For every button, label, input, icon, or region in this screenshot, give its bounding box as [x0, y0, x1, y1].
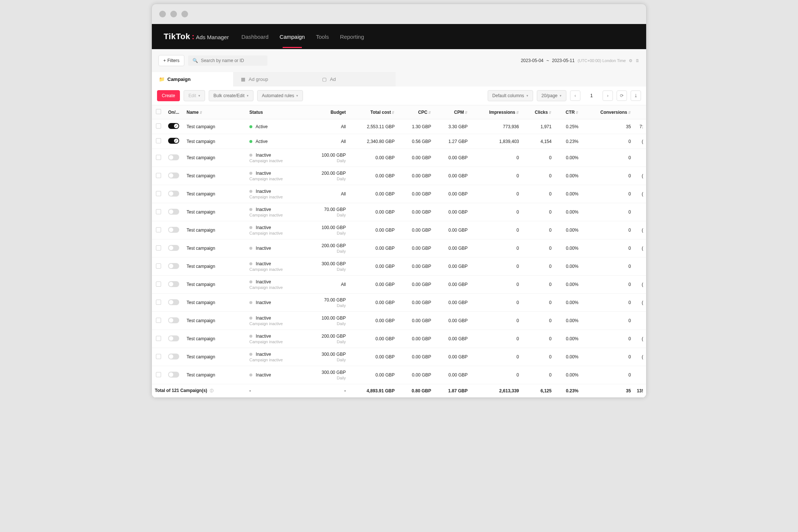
campaign-name[interactable]: Test campaign [187, 173, 215, 178]
nav-reporting[interactable]: Reporting [340, 34, 364, 40]
select-all-checkbox[interactable] [156, 109, 161, 114]
cpc-cell: 0.00 GBP [398, 221, 434, 239]
search-input[interactable] [201, 58, 263, 63]
info-icon[interactable]: ⓘ [210, 389, 214, 393]
traffic-light-max[interactable] [181, 11, 188, 17]
row-toggle[interactable] [168, 209, 179, 215]
row-toggle[interactable] [168, 335, 179, 341]
export-icon[interactable]: ⤓ [631, 91, 641, 101]
status-note: Campaign inactive [249, 321, 303, 326]
campaign-name[interactable]: Test campaign [187, 372, 215, 378]
row-toggle[interactable] [168, 281, 179, 287]
date-from: 2023-05-04 [521, 58, 543, 63]
campaign-name[interactable]: Test campaign [187, 124, 215, 129]
status-note: Campaign inactive [249, 231, 303, 235]
row-toggle[interactable] [168, 354, 179, 359]
tab-adgroup[interactable]: ▦ Ad group [233, 72, 314, 86]
row-toggle[interactable] [168, 317, 179, 323]
campaign-name[interactable]: Test campaign [187, 191, 215, 197]
row-checkbox[interactable] [156, 209, 161, 214]
filters-button[interactable]: + Filters [158, 55, 184, 66]
row-toggle[interactable] [168, 191, 179, 197]
campaign-name[interactable]: Test campaign [187, 155, 215, 160]
campaign-name[interactable]: Test campaign [187, 264, 215, 269]
row-checkbox[interactable] [156, 173, 161, 178]
row-checkbox[interactable] [156, 372, 161, 377]
rules-button[interactable]: Automated rules ▾ [257, 90, 303, 101]
col-clicks[interactable]: Clicks⇵ [522, 105, 555, 119]
page-next[interactable]: › [603, 91, 613, 101]
col-conversions[interactable]: Conversions⇵ [582, 105, 634, 119]
traffic-light-close[interactable] [159, 11, 166, 17]
campaign-name[interactable]: Test campaign [187, 139, 215, 144]
col-status[interactable]: Status [246, 105, 306, 119]
impressions-cell: 0 [471, 203, 522, 221]
col-onoff[interactable]: On/... [165, 105, 184, 119]
row-toggle[interactable] [168, 173, 179, 178]
row-toggle[interactable] [168, 263, 179, 269]
nav-tools[interactable]: Tools [316, 34, 329, 40]
row-checkbox[interactable] [156, 263, 161, 269]
date-range[interactable]: 2023-05-04 ~ 2023-05-11 (UTC+00:00) Lond… [521, 58, 640, 63]
row-checkbox[interactable] [156, 138, 161, 143]
bulk-button[interactable]: Bulk create/Edit ▾ [209, 90, 253, 101]
campaign-name[interactable]: Test campaign [187, 228, 215, 233]
create-button[interactable]: Create [157, 90, 180, 101]
nav-campaign[interactable]: Campaign [280, 34, 305, 40]
col-cpm[interactable]: CPM⇵ [434, 105, 471, 119]
campaign-name[interactable]: Test campaign [187, 246, 215, 251]
status-note: Campaign inactive [249, 195, 303, 199]
status-dot-icon [249, 247, 252, 250]
cost-cell: 0.00 GBP [349, 203, 398, 221]
col-total-cost[interactable]: Total cost⇵ [349, 105, 398, 119]
row-toggle[interactable] [168, 154, 179, 160]
refresh-icon[interactable]: ⟳ [617, 91, 627, 101]
campaign-name[interactable]: Test campaign [187, 209, 215, 215]
row-toggle[interactable] [168, 299, 179, 305]
tab-campaign[interactable]: 📁 Campaign [152, 72, 233, 86]
col-impressions[interactable]: Impressions⇵ [471, 105, 522, 119]
page-prev[interactable]: ‹ [570, 91, 580, 101]
traffic-light-min[interactable] [170, 11, 177, 17]
col-name[interactable]: Name⇵ [184, 105, 246, 119]
row-toggle[interactable] [168, 245, 179, 251]
col-ctr[interactable]: CTR⇵ [555, 105, 582, 119]
row-checkbox[interactable] [156, 300, 161, 305]
row-checkbox[interactable] [156, 336, 161, 341]
cpc-cell: 0.00 GBP [398, 203, 434, 221]
budget-sub: Daily [308, 177, 346, 181]
row-checkbox[interactable] [156, 123, 161, 129]
columns-select[interactable]: Default columns ▾ [488, 90, 533, 101]
campaign-name[interactable]: Test campaign [187, 300, 215, 305]
row-checkbox[interactable] [156, 227, 161, 232]
col-budget[interactable]: Budget [306, 105, 349, 119]
overflow-cell: ( [634, 134, 646, 149]
campaign-name[interactable]: Test campaign [187, 336, 215, 341]
campaign-name[interactable]: Test campaign [187, 282, 215, 287]
table-row: Test campaign Active All 2,340.80 GBP 0.… [152, 134, 646, 149]
tab-ad[interactable]: ▢ Ad [314, 72, 396, 86]
budget-value: 300.00 GBP [322, 352, 346, 357]
row-checkbox[interactable] [156, 191, 161, 196]
row-checkbox[interactable] [156, 282, 161, 287]
chevron-down-icon: ▾ [526, 94, 528, 98]
row-checkbox[interactable] [156, 354, 161, 359]
row-checkbox[interactable] [156, 318, 161, 323]
gear-icon[interactable]: ⚙ [629, 58, 632, 63]
row-checkbox[interactable] [156, 155, 161, 160]
row-toggle[interactable] [168, 227, 179, 233]
edit-button[interactable]: Edit ▾ [184, 90, 205, 101]
search-wrap[interactable]: 🔍 [188, 55, 267, 66]
conversions-cell: 0 [582, 366, 634, 384]
row-toggle[interactable] [168, 123, 179, 129]
col-cpc[interactable]: CPC⇵ [398, 105, 434, 119]
budget-sub: Daily [308, 340, 346, 344]
nav-dashboard[interactable]: Dashboard [241, 34, 268, 40]
calendar-icon[interactable]: 🗓 [635, 58, 640, 63]
row-toggle[interactable] [168, 138, 179, 144]
row-checkbox[interactable] [156, 245, 161, 250]
campaign-name[interactable]: Test campaign [187, 354, 215, 359]
campaign-name[interactable]: Test campaign [187, 318, 215, 323]
row-toggle[interactable] [168, 372, 179, 378]
per-page-select[interactable]: 20/page ▾ [537, 90, 566, 101]
